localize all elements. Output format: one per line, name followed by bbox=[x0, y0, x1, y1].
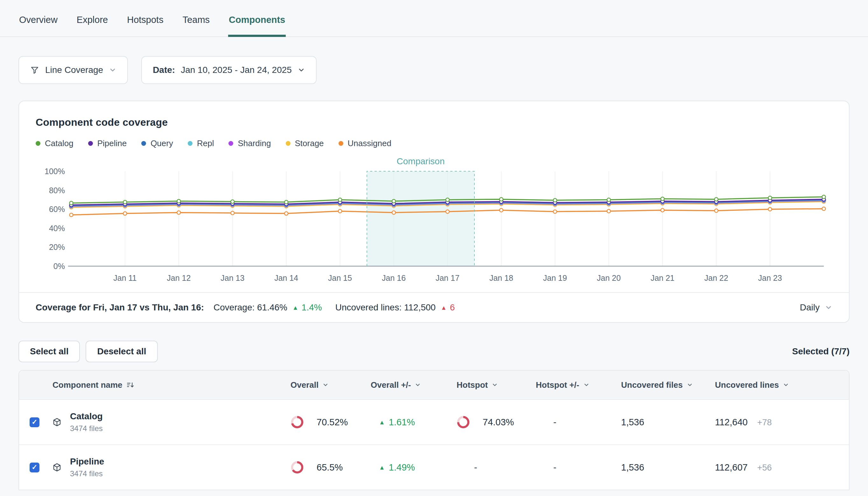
hotspot-value: 74.03% bbox=[483, 417, 514, 428]
arrow-up-icon: ▲ bbox=[379, 464, 385, 470]
granularity-value: Daily bbox=[800, 303, 820, 313]
chevron-down-icon bbox=[415, 382, 421, 388]
legend-dot-icon bbox=[188, 141, 193, 146]
uncovered-lines-delta: +78 bbox=[757, 418, 772, 428]
component-file-count: 3474 files bbox=[70, 469, 104, 478]
chevron-down-icon bbox=[783, 382, 789, 388]
deselect-all-button[interactable]: Deselect all bbox=[85, 341, 158, 362]
svg-text:60%: 60% bbox=[49, 205, 65, 214]
legend-dot-icon bbox=[88, 141, 93, 146]
svg-text:Jan 16: Jan 16 bbox=[382, 274, 406, 282]
legend-item-storage[interactable]: Storage bbox=[286, 139, 324, 148]
overall-value: 65.5% bbox=[317, 462, 343, 473]
tab-teams[interactable]: Teams bbox=[182, 15, 210, 37]
overall-cell: 65.5% bbox=[290, 461, 371, 474]
row-checkbox[interactable]: ✓ bbox=[30, 463, 39, 472]
column-header-hotspot[interactable]: Hotspot bbox=[456, 380, 536, 390]
legend-item-catalog[interactable]: Catalog bbox=[36, 139, 74, 148]
chevron-down-icon bbox=[825, 304, 832, 311]
chevron-down-icon bbox=[298, 66, 305, 74]
metric-filter-label: Line Coverage bbox=[45, 65, 103, 75]
component-file-count: 3474 files bbox=[70, 424, 103, 433]
granularity-dropdown[interactable]: Daily bbox=[800, 303, 832, 313]
comparison-summary-label: Coverage for Fri, Jan 17 vs Thu, Jan 16: bbox=[36, 303, 204, 313]
legend-item-repl[interactable]: Repl bbox=[188, 139, 214, 148]
svg-text:Jan 17: Jan 17 bbox=[436, 274, 460, 282]
legend-item-query[interactable]: Query bbox=[141, 139, 173, 148]
coverage-line-chart[interactable]: Comparison0%20%40%60%80%100%Jan 11Jan 12… bbox=[36, 156, 833, 287]
legend-dot-icon bbox=[36, 141, 41, 146]
overall-cell: 70.52% bbox=[290, 416, 371, 429]
column-label: Uncovered lines bbox=[715, 380, 779, 390]
coverage-donut-icon bbox=[290, 416, 304, 429]
legend-label: Query bbox=[150, 139, 173, 148]
chevron-down-icon bbox=[583, 382, 590, 388]
date-filter-value: Jan 10, 2025 - Jan 24, 2025 bbox=[181, 65, 292, 75]
uncovered-lines-cell: 112,640+78 bbox=[715, 417, 849, 428]
coverage-value: 61.46% bbox=[257, 303, 287, 312]
coverage-label: Coverage: bbox=[213, 303, 255, 312]
svg-text:80%: 80% bbox=[49, 186, 65, 195]
chart-footer: Coverage for Fri, Jan 17 vs Thu, Jan 16:… bbox=[19, 292, 849, 322]
coverage-summary: Coverage: 61.46% bbox=[213, 303, 287, 313]
svg-text:Jan 18: Jan 18 bbox=[489, 274, 513, 282]
column-label: Hotspot bbox=[456, 380, 488, 390]
legend-label: Unassigned bbox=[348, 139, 391, 148]
column-header-uncovered-lines[interactable]: Uncovered lines bbox=[715, 380, 849, 390]
hotspot-delta: - bbox=[536, 462, 621, 473]
overall-delta: ▲1.49% bbox=[371, 462, 456, 473]
row-checkbox[interactable]: ✓ bbox=[30, 417, 39, 427]
arrow-up-icon: ▲ bbox=[379, 419, 385, 425]
date-filter-dropdown[interactable]: Date: Jan 10, 2025 - Jan 24, 2025 bbox=[141, 56, 317, 84]
uncovered-summary: Uncovered lines: 112,500 bbox=[335, 303, 436, 313]
coverage-delta: ▲1.4% bbox=[292, 303, 322, 313]
legend-item-sharding[interactable]: Sharding bbox=[228, 139, 271, 148]
legend-item-pipeline[interactable]: Pipeline bbox=[88, 139, 127, 148]
chevron-down-icon bbox=[687, 382, 693, 388]
legend-label: Pipeline bbox=[97, 139, 127, 148]
funnel-icon bbox=[30, 65, 39, 75]
component-cube-icon bbox=[52, 463, 62, 472]
uncovered-lines-cell: 112,607+56 bbox=[715, 462, 849, 473]
filter-bar: Line Coverage Date: Jan 10, 2025 - Jan 2… bbox=[18, 56, 850, 84]
column-label: Hotspot +/- bbox=[536, 380, 579, 390]
uncovered-lines-value: 112,640 bbox=[715, 417, 748, 428]
tab-overview[interactable]: Overview bbox=[18, 15, 58, 37]
column-header-hotspot-[interactable]: Hotspot +/- bbox=[536, 380, 621, 390]
column-header-overall[interactable]: Overall bbox=[290, 380, 371, 390]
table-row-pipeline: ✓Pipeline3474 files65.5%▲1.49%--1,536112… bbox=[19, 445, 849, 490]
tab-explore[interactable]: Explore bbox=[76, 15, 109, 37]
sort-icon bbox=[126, 381, 134, 389]
primary-tabs: OverviewExploreHotspotsTeamsComponents bbox=[0, 0, 868, 37]
tab-hotspots[interactable]: Hotspots bbox=[126, 15, 164, 37]
uncovered-label: Uncovered lines: bbox=[335, 303, 402, 312]
svg-text:100%: 100% bbox=[45, 167, 65, 176]
tab-components[interactable]: Components bbox=[228, 15, 286, 37]
hotspot-delta: - bbox=[536, 417, 621, 428]
metric-filter-dropdown[interactable]: Line Coverage bbox=[18, 56, 128, 84]
select-all-button[interactable]: Select all bbox=[18, 341, 80, 362]
component-cell: ✓Catalog3474 files bbox=[19, 411, 290, 433]
chevron-down-icon bbox=[492, 382, 498, 388]
column-header-uncovered-files[interactable]: Uncovered files bbox=[621, 380, 715, 390]
coverage-donut-icon bbox=[456, 416, 470, 429]
column-header-component-name[interactable]: Component name bbox=[19, 380, 290, 390]
legend-item-unassigned[interactable]: Unassigned bbox=[339, 139, 391, 148]
selection-actions: Select all Deselect all Selected (7/7) bbox=[18, 341, 850, 362]
selected-count-label: Selected (7/7) bbox=[792, 346, 850, 357]
date-filter-prefix: Date: bbox=[153, 65, 175, 75]
uncovered-delta: ▲6 bbox=[441, 303, 455, 313]
svg-text:Jan 21: Jan 21 bbox=[651, 274, 675, 282]
legend-dot-icon bbox=[286, 141, 290, 146]
hotspot-value: - bbox=[456, 462, 536, 473]
column-header-overall-[interactable]: Overall +/- bbox=[371, 380, 456, 390]
uncovered-files-value: 1,536 bbox=[621, 462, 715, 473]
comparison-label: Comparison bbox=[397, 156, 445, 166]
coverage-donut-icon bbox=[290, 461, 304, 474]
svg-text:Jan 19: Jan 19 bbox=[543, 274, 567, 282]
legend-dot-icon bbox=[228, 141, 233, 146]
hotspot-cell: 74.03% bbox=[456, 416, 536, 429]
svg-text:20%: 20% bbox=[49, 243, 65, 251]
chart-legend: CatalogPipelineQueryReplShardingStorageU… bbox=[36, 139, 832, 148]
column-label: Overall +/- bbox=[371, 380, 411, 390]
